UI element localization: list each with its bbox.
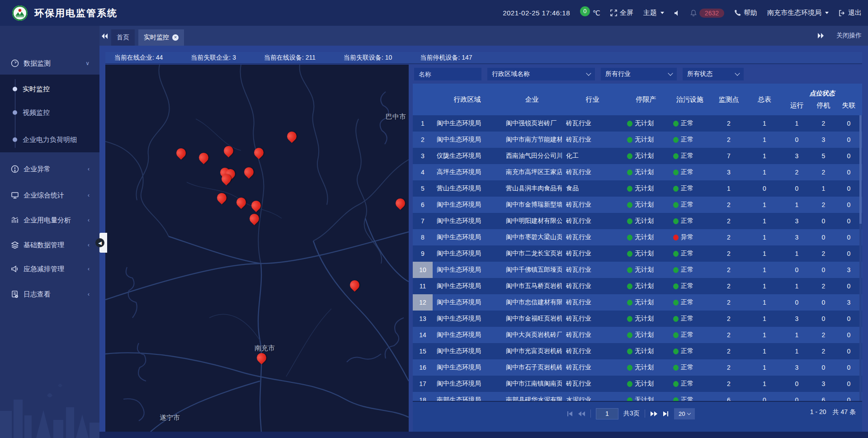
industry-filter-select[interactable]: 所有行业 [601,68,677,80]
cell-facility: 异常 [669,229,711,245]
logout-label: 退出 [848,9,862,17]
notifications[interactable]: 2632 [690,9,724,18]
table-row[interactable]: 12 阆中生态环境局 阆中市忠信建材有限公 砖瓦行业 无计划 正常 2 [413,294,862,311]
cell-limit: 无计划 [623,262,669,278]
sidebar-item-label: 视频监控 [23,108,50,117]
table-row[interactable]: 9 阆中生态环境局 阆中市二龙长宝页岩砖 砖瓦行业 无计划 正常 2 [413,245,862,262]
sidebar-item-power-usage-analysis[interactable]: 企业用电量分析 ‹ [0,209,99,231]
notification-count-badge: 2632 [699,9,724,18]
logout-button[interactable]: 退出 [839,9,862,17]
table-row[interactable]: 7 阆中生态环境局 阆中明阳建材有限公司 砖瓦行业 无计划 正常 2 [413,213,862,229]
monitor-icon [11,191,19,199]
map-collapse-toggle[interactable]: ◀ [99,233,107,253]
scrollbar-thumb[interactable] [859,115,862,224]
tab-close-icon[interactable]: × [172,34,179,41]
sidebar-item-realtime-monitoring[interactable]: 实时监控 [0,80,99,98]
table-row[interactable]: 11 阆中生态环境局 阆中市五马桥页岩机砖 砖瓦行业 无计划 正常 2 [413,278,862,294]
row-index: 11 [413,278,433,294]
org-dropdown[interactable]: 南充市生态环境局 [767,9,829,17]
page-size-select[interactable]: 20 [674,408,695,419]
next-page-button[interactable] [650,411,658,417]
cell-total-meter: 1 [747,359,782,376]
sidebar-item-enterprise-abnormal[interactable]: 企业异常 ‹ [0,158,99,180]
status-filter-select[interactable]: 所有状态 [683,68,744,80]
tab-label: 首页 [117,33,129,42]
sidebar-item-log-view[interactable]: 日志查看 ‹ [0,283,99,306]
cell-total-meter: 1 [747,343,782,359]
region-filter-select[interactable]: 行政区域名称 [487,68,595,80]
sidebar-item-enterprise-statistics[interactable]: 企业综合统计 ‹ [0,184,99,207]
previous-page-button[interactable] [578,411,585,417]
table-row[interactable]: 13 阆中生态环境局 阆中市金福旺页岩机砖 砖瓦行业 无计划 正常 2 [413,311,862,327]
last-page-button[interactable] [663,411,669,417]
industry-filter-value: 所有行业 [605,70,631,78]
row-index: 15 [413,343,433,359]
sidebar-item-video-monitoring[interactable]: 视频监控 [0,104,99,122]
status-dot [627,300,632,306]
cell-lost-count: 0 [835,278,862,294]
table-row[interactable]: 10 阆中生态环境局 阆中千佛镇五郎垭页岩 砖瓦行业 无计划 正常 2 [413,262,862,278]
cell-facility: 正常 [669,311,711,327]
table-row[interactable]: 8 阆中生态环境局 阆中市枣碧大梁山页岩 砖瓦行业 无计划 异常 2 [413,229,862,245]
map-roads [105,65,409,432]
status-dot [673,300,679,306]
cell-stop-count: 2 [811,164,835,180]
cell-lost-count: 0 [835,213,862,229]
divider [590,410,591,418]
cell-limit: 无计划 [623,197,669,213]
table-row[interactable]: 16 阆中生态环境局 阆中市石子页岩机砖厂 砖瓦行业 无计划 正常 2 [413,359,862,376]
help-button[interactable]: 帮助 [734,9,757,17]
map-city-label: 遂宁市 [160,414,180,422]
cell-monitor-count: 7 [711,148,747,164]
cell-region: 阆中生态环境局 [433,197,502,213]
tab-scroll-left-button[interactable] [99,28,110,44]
volume-button[interactable] [674,10,680,16]
page-title: 环保用电监管系统 [34,7,118,19]
region-filter-value: 行政区域名称 [492,70,530,78]
status-dot [673,316,679,322]
megaphone-icon [11,265,19,273]
chevron-down-icon [687,411,690,415]
status-dot [627,381,632,387]
table-scrollbar[interactable] [859,115,862,408]
tab-label: 实时监控 [144,33,169,42]
page-number-input[interactable] [596,408,618,419]
cell-total-meter: 1 [747,278,782,294]
sidebar-item-data-monitoring[interactable]: 数据监测 ∨ [0,52,99,75]
sidebar-item-label: 日志查看 [24,290,51,299]
sidebar-item-power-load-detail[interactable]: 企业电力负荷明细 [0,131,99,149]
tab-realtime-monitoring[interactable]: 实时监控 × [138,29,184,46]
theme-dropdown[interactable]: 主题 [643,9,664,17]
table-row[interactable]: 17 阆中生态环境局 阆中市江南镇阆南页岩 砖瓦行业 无计划 正常 2 [413,376,862,392]
row-index: 5 [413,180,433,197]
name-filter-input[interactable] [414,68,481,80]
table-row[interactable]: 1 阆中生态环境局 阆中强锐页岩砖厂 砖瓦行业 无计划 正常 2 [413,115,862,132]
table-header: 行政区域 企业 行业 停限产 治污设施 监测点 总表 点位状态 运行 停机 失联 [413,84,862,115]
double-chevron-right-icon[interactable] [817,33,825,39]
status-dot [673,202,679,208]
table-row[interactable]: 6 阆中生态环境局 阆中市金博瑞新型墙材 砖瓦行业 无计划 正常 2 [413,197,862,213]
table-panel: 行政区域名称 所有行业 所有状态 行政区域 企业 行业 停限产 治污设施 [413,65,862,432]
map-panel[interactable]: 巴中市 南充市 遂宁市 [105,65,409,432]
table-row[interactable]: 4 高坪生态环境局 南充市高坪区王家店建 砖瓦行业 无计划 正常 3 [413,164,862,180]
tab-home[interactable]: 首页 [111,29,135,46]
cell-limit: 无计划 [623,164,669,180]
table-row[interactable]: 3 仪陇生态环境局 西南油气田分公司川中 化工 无计划 正常 7 [413,148,862,164]
status-dot [627,316,632,322]
bullet-dot-icon [13,110,17,115]
first-page-button[interactable] [566,411,573,417]
table-row[interactable]: 5 营山生态环境局 营山县润丰肉食品有限 食品 无计划 正常 1 [413,180,862,197]
stat-item: 当前失联企业: 3 [191,54,236,62]
cell-company: 阆中市江南镇阆南页岩 [502,376,562,392]
close-operations-button[interactable]: 关闭操作 [836,32,862,40]
cell-run-count: 3 [782,229,811,245]
sidebar-item-emergency-reduction[interactable]: 应急减排管理 ‹ [0,258,99,280]
cell-total-meter: 0 [747,180,782,197]
sidebar-item-base-data-management[interactable]: 基础数据管理 ‹ [0,234,99,256]
table-row[interactable]: 15 阆中生态环境局 阆中市光富页岩机砖厂 砖瓦行业 无计划 正常 2 [413,343,862,359]
table-row[interactable]: 2 阆中生态环境局 阆中市南方节能建材有 砖瓦行业 无计划 正常 2 [413,132,862,148]
bullet-dot-icon [13,87,17,91]
cell-facility: 正常 [669,245,711,262]
fullscreen-button[interactable]: 全屏 [610,9,633,17]
table-row[interactable]: 14 阆中生态环境局 阆中大兴页岩机砖厂 砖瓦行业 无计划 正常 2 [413,327,862,343]
